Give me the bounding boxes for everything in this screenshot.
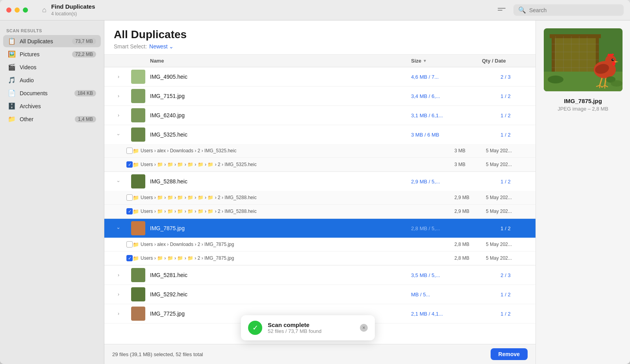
expand-icon[interactable]: ›: [118, 74, 119, 79]
page-title: All Duplicates: [114, 28, 526, 41]
sidebar-item-videos[interactable]: 🎬 Videos: [3, 61, 101, 73]
smart-select: Smart Select: Newest ⌄: [114, 43, 526, 50]
expand-icon[interactable]: ›: [118, 93, 119, 99]
home-icon: ⌂: [42, 6, 46, 14]
sidebar-item-archives[interactable]: 🗄️ Archives: [3, 100, 101, 112]
checkbox[interactable]: [126, 194, 133, 201]
sidebar-toggle-button[interactable]: [496, 6, 507, 14]
file-path: 📁 Users › 📁 › 📁 › 📁 › 📁 › 📁 › 📁 › 2 › IM…: [133, 209, 454, 214]
file-group-img4905: › IMG_4905.heic 4,6 MB / 7... 2 / 3: [104, 67, 536, 87]
filesize: MB / 5...: [411, 292, 482, 297]
remove-button[interactable]: Remove: [491, 348, 528, 360]
filesize: 3,5 MB / 5,...: [411, 272, 482, 278]
close-button[interactable]: [6, 7, 11, 13]
status-text: 29 files (39,1 MB) selected, 52 files to…: [112, 351, 203, 357]
checkbox[interactable]: [126, 255, 133, 261]
table-row[interactable]: › IMG_4905.heic 4,6 MB / 7... 2 / 3: [104, 67, 536, 86]
expand-icon[interactable]: ›: [118, 272, 119, 278]
checkbox[interactable]: [126, 161, 133, 168]
search-input[interactable]: [529, 7, 619, 13]
table-row[interactable]: › IMG_5292.heic MB / 5... 1 / 2: [104, 285, 536, 304]
filesize: 3,4 MB / 6,...: [411, 93, 482, 99]
maximize-button[interactable]: [23, 7, 28, 13]
titlebar: ⌂ Find Duplicates 4 location(s) 🔍: [0, 0, 630, 20]
sidebar-section-label: Scan results: [0, 25, 104, 35]
sub-date: 5 May 202...: [486, 162, 529, 167]
file-path: 📁 Users › alex › Downloads › 2 › IMG_532…: [133, 148, 454, 154]
column-size[interactable]: Size ▼: [411, 58, 482, 64]
filename: IMG_5288.heic: [150, 178, 187, 185]
preview-image: [544, 28, 623, 91]
table-row[interactable]: › IMG_7875.jpg 2,8 MB / 5,... 1 / 2: [104, 219, 536, 238]
checkbox[interactable]: [126, 148, 133, 154]
expand-icon[interactable]: ›: [118, 113, 119, 118]
all-duplicates-icon: 📋: [8, 37, 16, 45]
filesize: 2,9 MB / 5,...: [411, 179, 482, 185]
smart-select-dropdown[interactable]: Newest ⌄: [149, 43, 174, 50]
checkbox[interactable]: [126, 241, 133, 248]
preview-image-svg: [544, 28, 623, 91]
filename: IMG_4905.heic: [150, 74, 187, 80]
expand-icon[interactable]: ›: [118, 311, 119, 316]
sidebar-item-pictures[interactable]: 🖼️ Pictures 72,2 MB: [3, 48, 101, 60]
folder-icon: 📁: [133, 242, 139, 248]
traffic-lights: [6, 7, 28, 13]
svg-point-20: [612, 62, 615, 66]
sub-size: 2,8 MB: [454, 242, 486, 247]
search-icon: 🔍: [518, 6, 526, 14]
svg-point-18: [611, 59, 614, 61]
toast-close-button[interactable]: ×: [360, 324, 368, 332]
qty-date: 1 / 2: [482, 225, 529, 231]
file-group-img5288: › IMG_5288.heic 2,9 MB / 5,... 1 / 2: [104, 172, 536, 219]
search-bar[interactable]: 🔍: [513, 4, 624, 16]
file-thumbnail: [131, 127, 145, 142]
qty-date: 1 / 2: [482, 311, 529, 317]
filesize: 4,6 MB / 7...: [411, 74, 482, 80]
file-thumbnail: [131, 221, 145, 235]
sub-date: 5 May 202...: [486, 255, 529, 261]
qty-date: 2 / 3: [482, 272, 529, 278]
folder-icon: 📁: [133, 209, 139, 214]
sub-size: 3 MB: [454, 148, 486, 153]
collapse-icon[interactable]: ›: [116, 181, 121, 182]
collapse-icon[interactable]: ›: [116, 227, 121, 229]
audio-icon: 🎵: [8, 76, 16, 84]
sidebar-item-all-duplicates[interactable]: 📋 All Duplicates 73,7 MB: [3, 35, 101, 47]
svg-point-19: [613, 59, 613, 60]
table-row[interactable]: › IMG_5325.heic 3 MB / 6 MB 1 / 2: [104, 125, 536, 144]
sub-date: 5 May 202...: [486, 195, 529, 200]
column-qty-date[interactable]: Qty / Date: [482, 58, 529, 64]
sub-date: 5 May 202...: [486, 209, 529, 214]
sidebar-item-audio[interactable]: 🎵 Audio: [3, 74, 101, 86]
sidebar-item-other[interactable]: 📁 Other 1,4 MB: [3, 113, 101, 125]
file-thumbnail: [131, 108, 145, 122]
minimize-button[interactable]: [15, 7, 20, 13]
file-table: Name Size ▼ Qty / Date ›: [104, 55, 536, 344]
checkbox[interactable]: [126, 208, 133, 214]
table-row[interactable]: › IMG_7151.jpg 3,4 MB / 6,... 1 / 2: [104, 87, 536, 105]
sidebar-item-label: Audio: [20, 77, 96, 83]
content-area: All Duplicates Smart Select: Newest ⌄ Na…: [104, 20, 536, 364]
table-row[interactable]: › IMG_6240.jpg 3,1 MB / 6,1... 1 / 2: [104, 106, 536, 125]
filesize: 3 MB / 6 MB: [411, 132, 482, 138]
file-group-img7151: › IMG_7151.jpg 3,4 MB / 6,... 1 / 2: [104, 87, 536, 106]
file-group-img6240: › IMG_6240.jpg 3,1 MB / 6,1... 1 / 2: [104, 106, 536, 125]
table-row[interactable]: › IMG_5281.heic 3,5 MB / 5,... 2 / 3: [104, 266, 536, 285]
folder-icon: 📁: [133, 255, 139, 261]
file-thumbnail: [131, 70, 145, 84]
sidebar-item-label: Archives: [20, 103, 96, 109]
pictures-badge: 72,2 MB: [72, 51, 96, 57]
collapse-icon[interactable]: ›: [116, 134, 121, 135]
table-row[interactable]: › IMG_5288.heic 2,9 MB / 5,... 1 / 2: [104, 172, 536, 191]
svg-rect-2: [550, 34, 601, 38]
column-name[interactable]: Name: [150, 58, 411, 64]
sidebar-item-label: Documents: [20, 90, 70, 96]
expand-icon[interactable]: ›: [118, 292, 119, 297]
sub-row: 📁 Users › 📁 › 📁 › 📁 › 📁 › 2 › IMG_7875.j…: [104, 251, 536, 265]
titlebar-actions: 🔍: [496, 4, 624, 16]
qty-date: 1 / 2: [482, 132, 529, 138]
chevron-down-icon: ⌄: [169, 43, 174, 50]
sidebar-item-documents[interactable]: 📄 Documents 184 KB: [3, 87, 101, 99]
preview-filename: IMG_7875.jpg: [564, 98, 602, 104]
smart-select-label: Smart Select:: [114, 43, 147, 50]
